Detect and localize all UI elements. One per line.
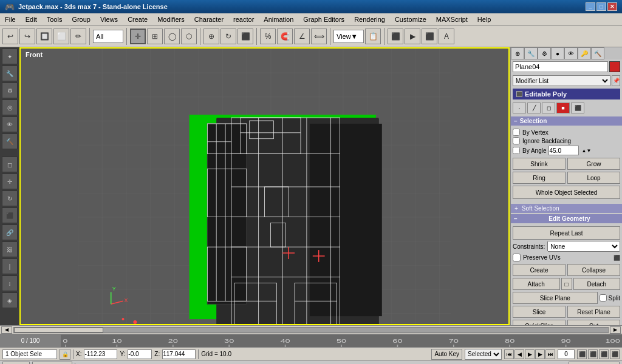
- text-button[interactable]: A: [439, 29, 454, 44]
- sb-bone[interactable]: |: [2, 258, 18, 274]
- mini-icon-2[interactable]: ⬛: [588, 349, 598, 359]
- timeline-track[interactable]: 0 10 20 30 40 50 60 70 80 90 100: [61, 334, 622, 347]
- sb-modify[interactable]: 🔧: [2, 66, 18, 81]
- scale-button[interactable]: ⬛: [238, 29, 253, 44]
- sb-link[interactable]: 🔗: [2, 224, 18, 240]
- prev-frame-button[interactable]: ◀: [514, 349, 524, 359]
- menu-views[interactable]: Views: [95, 13, 123, 25]
- tab-icon-4[interactable]: ●: [551, 47, 564, 59]
- quickslice-button[interactable]: QuickSlice: [513, 320, 566, 325]
- minimize-button[interactable]: _: [586, 2, 595, 11]
- detach-button[interactable]: Detach: [573, 278, 621, 290]
- lasso-button[interactable]: ✏: [70, 29, 86, 44]
- redo-button[interactable]: ↪: [19, 29, 35, 44]
- ignore-backfacing-checkbox[interactable]: [513, 137, 520, 144]
- attach-options-button[interactable]: □: [561, 278, 572, 290]
- tab-icon-1[interactable]: ⊕: [511, 47, 524, 59]
- scroll-thumb[interactable]: [14, 328, 103, 332]
- sb-select[interactable]: ◻: [2, 157, 18, 172]
- tab-icon-3[interactable]: ⚙: [538, 47, 551, 59]
- frame-number-input[interactable]: [558, 349, 575, 359]
- select-object-button[interactable]: 🔲: [36, 29, 52, 44]
- by-vertex-checkbox[interactable]: [513, 129, 520, 136]
- tab-icon-7[interactable]: 🔨: [591, 47, 604, 59]
- x-coord-input[interactable]: [84, 349, 117, 359]
- menu-character[interactable]: Character: [190, 13, 228, 25]
- sb-create[interactable]: ✦: [2, 49, 18, 64]
- sb-hierarchy[interactable]: ⚙: [2, 83, 18, 98]
- scroll-track[interactable]: [13, 327, 609, 333]
- render-scene-button[interactable]: ⬛: [388, 29, 403, 44]
- menu-animation[interactable]: Animation: [259, 13, 298, 25]
- menu-file[interactable]: File: [0, 13, 21, 25]
- close-button[interactable]: ✕: [607, 2, 617, 11]
- menu-maxscript[interactable]: MAXScript: [431, 13, 473, 25]
- vertex-mode-icon[interactable]: ·: [513, 103, 526, 113]
- y-coord-input[interactable]: [128, 349, 152, 359]
- attach-button[interactable]: Attach: [513, 278, 560, 290]
- menu-help[interactable]: Help: [473, 13, 496, 25]
- menu-customize[interactable]: Customize: [390, 13, 431, 25]
- slice-plane-button[interactable]: Slice Plane: [513, 292, 598, 304]
- mirror-button[interactable]: ⟺: [311, 29, 327, 44]
- sb-move[interactable]: ✛: [2, 174, 18, 189]
- selected-dropdown[interactable]: Selected: [465, 349, 502, 360]
- named-sel-dropdown[interactable]: 📋: [365, 29, 381, 44]
- z-coord-input[interactable]: [162, 349, 196, 359]
- scroll-left-button[interactable]: ◀: [1, 326, 12, 334]
- soft-selection-header[interactable]: + Soft Selection: [511, 204, 622, 213]
- tab-icon-6[interactable]: 🔑: [578, 47, 591, 59]
- go-end-button[interactable]: ⏭: [545, 349, 555, 359]
- select-region-button[interactable]: ⬜: [53, 29, 69, 44]
- menu-create[interactable]: Create: [123, 13, 152, 25]
- snap-button[interactable]: 🧲: [277, 29, 293, 44]
- tab-icon-2[interactable]: 🔧: [524, 47, 538, 59]
- collapse-button[interactable]: Collapse: [567, 264, 620, 276]
- shrink-button[interactable]: Shrink: [513, 158, 566, 170]
- undo-button[interactable]: ↩: [2, 29, 18, 44]
- modifier-list-dropdown[interactable]: Modifier List: [513, 75, 610, 86]
- selection-lock-button[interactable]: 🔒: [60, 349, 70, 360]
- rotate-button[interactable]: ↻: [220, 29, 236, 44]
- slice-button[interactable]: Slice: [513, 306, 566, 318]
- quick-render-button[interactable]: ▶: [405, 29, 420, 44]
- cut-button[interactable]: Cut: [567, 320, 620, 325]
- add-time-stamp-button[interactable]: Add Time Stamp: [569, 362, 620, 365]
- tab-icon-5[interactable]: 👁: [564, 47, 578, 59]
- repeat-last-button[interactable]: Repeat Last: [513, 226, 620, 240]
- border-mode-icon[interactable]: ◻: [542, 103, 555, 113]
- ring-button[interactable]: Ring: [513, 172, 566, 184]
- split-checkbox[interactable]: [600, 294, 607, 302]
- menu-edit[interactable]: Edit: [21, 13, 42, 25]
- sb-scale[interactable]: ⬛: [2, 207, 18, 223]
- select-move-button[interactable]: ✛: [130, 29, 146, 44]
- whole-object-button[interactable]: Whole Object Selected: [513, 186, 620, 199]
- by-angle-checkbox[interactable]: [513, 147, 520, 154]
- menu-rendering[interactable]: Rendering: [349, 13, 390, 25]
- element-mode-icon[interactable]: ⬛: [571, 103, 584, 113]
- object-color-swatch[interactable]: [609, 61, 620, 72]
- sb-shapes[interactable]: ◈: [2, 292, 18, 308]
- key-filters-button[interactable]: Key Filters...: [32, 362, 72, 365]
- timeline-frame-display[interactable]: 0 / 100: [0, 334, 61, 347]
- angle-spinner[interactable]: ▲▼: [581, 148, 591, 153]
- go-start-button[interactable]: ⏮: [504, 349, 514, 359]
- next-frame-button[interactable]: ▶: [535, 349, 545, 359]
- render-type-button[interactable]: ⬛: [422, 29, 437, 44]
- move-button[interactable]: ⊕: [203, 29, 219, 44]
- fence-sel-button[interactable]: ⬡: [181, 29, 197, 44]
- menu-graph-editors[interactable]: Graph Editors: [298, 13, 349, 25]
- create-button[interactable]: Create: [513, 264, 566, 276]
- select-rect-button[interactable]: ⊞: [147, 29, 163, 44]
- sb-ik[interactable]: ↕: [2, 275, 18, 291]
- window-controls[interactable]: _ □ ✕: [586, 2, 617, 11]
- sb-motion[interactable]: ◎: [2, 99, 18, 115]
- mini-icon-1[interactable]: ⬛: [577, 349, 587, 359]
- preserve-uvs-checkbox[interactable]: [513, 254, 521, 261]
- menu-group[interactable]: Group: [67, 13, 95, 25]
- set-key-button[interactable]: Set Key: [2, 362, 30, 365]
- scroll-right-button[interactable]: ▶: [610, 326, 621, 334]
- percent-snap-button[interactable]: %: [260, 29, 276, 44]
- sb-utilities[interactable]: 🔨: [2, 133, 18, 149]
- circle-sel-button[interactable]: ◯: [164, 29, 180, 44]
